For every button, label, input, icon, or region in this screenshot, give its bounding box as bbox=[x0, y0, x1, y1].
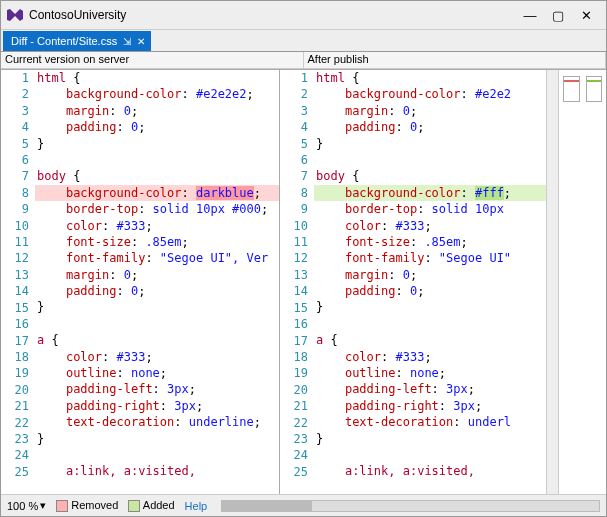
overview-right[interactable] bbox=[586, 76, 603, 102]
tab-label: Diff - Content/Site.css bbox=[11, 35, 117, 47]
code-line[interactable]: } bbox=[35, 136, 279, 152]
code-line[interactable]: } bbox=[314, 431, 546, 447]
left-gutter: 1234567891011121314151617181920212223242… bbox=[1, 70, 35, 494]
removed-swatch-icon bbox=[56, 500, 68, 512]
code-line[interactable]: padding-right: 3px; bbox=[35, 398, 279, 414]
legend-removed-label: Removed bbox=[71, 499, 118, 511]
code-line[interactable]: a:link, a:visited, bbox=[35, 463, 279, 479]
diff-overview[interactable] bbox=[558, 70, 606, 494]
code-line[interactable]: outline: none; bbox=[314, 365, 546, 381]
diff-area: 1234567891011121314151617181920212223242… bbox=[1, 69, 606, 494]
code-line[interactable]: padding-left: 3px; bbox=[35, 381, 279, 397]
code-line[interactable]: outline: none; bbox=[35, 365, 279, 381]
code-line[interactable] bbox=[35, 316, 279, 332]
legend-added: Added bbox=[128, 499, 174, 512]
window-title: ContosoUniversity bbox=[29, 8, 126, 22]
code-line[interactable]: border-top: solid 10px bbox=[314, 201, 546, 217]
code-line[interactable]: } bbox=[35, 431, 279, 447]
code-line[interactable]: font-size: .85em; bbox=[314, 234, 546, 250]
horizontal-scrollbar[interactable] bbox=[221, 500, 600, 512]
code-line[interactable]: a { bbox=[35, 332, 279, 348]
vs-logo-icon bbox=[7, 7, 23, 23]
code-line[interactable]: body { bbox=[35, 168, 279, 184]
code-line[interactable]: text-decoration: underl bbox=[314, 414, 546, 430]
code-line[interactable]: padding: 0; bbox=[35, 283, 279, 299]
left-code[interactable]: html { background-color: #e2e2e2; margin… bbox=[35, 70, 279, 494]
code-line[interactable]: background-color: darkblue; bbox=[35, 185, 279, 201]
help-link[interactable]: Help bbox=[185, 500, 208, 512]
code-line[interactable]: a:link, a:visited, bbox=[314, 463, 546, 479]
code-line[interactable]: a { bbox=[314, 332, 546, 348]
close-button[interactable]: ✕ bbox=[572, 5, 600, 25]
overview-left[interactable] bbox=[563, 76, 580, 102]
chevron-down-icon[interactable]: ▾ bbox=[40, 499, 46, 512]
zoom-value: 100 % bbox=[7, 500, 38, 512]
code-line[interactable]: color: #333; bbox=[35, 218, 279, 234]
zoom-control[interactable]: 100 % ▾ bbox=[7, 499, 46, 512]
code-line[interactable]: html { bbox=[314, 70, 546, 86]
code-line[interactable]: font-family: "Segoe UI" bbox=[314, 250, 546, 266]
tab-diff-sitecss[interactable]: Diff - Content/Site.css ⇲ ✕ bbox=[3, 31, 151, 51]
left-pane[interactable]: 1234567891011121314151617181920212223242… bbox=[1, 70, 280, 494]
code-line[interactable]: background-color: #fff; bbox=[314, 185, 546, 201]
code-line[interactable] bbox=[314, 152, 546, 168]
tab-close-icon[interactable]: ✕ bbox=[137, 36, 145, 47]
titlebar: ContosoUniversity — ▢ ✕ bbox=[1, 1, 606, 29]
code-line[interactable] bbox=[314, 316, 546, 332]
app-window: ContosoUniversity — ▢ ✕ Diff - Content/S… bbox=[0, 0, 607, 517]
code-line[interactable]: margin: 0; bbox=[314, 267, 546, 283]
code-line[interactable]: margin: 0; bbox=[35, 267, 279, 283]
code-line[interactable]: padding-left: 3px; bbox=[314, 381, 546, 397]
legend-added-label: Added bbox=[143, 499, 175, 511]
code-line[interactable]: padding: 0; bbox=[314, 119, 546, 135]
code-line[interactable]: background-color: #e2e2e2; bbox=[35, 86, 279, 102]
header-right: After publish bbox=[304, 52, 607, 68]
code-line[interactable]: padding: 0; bbox=[314, 283, 546, 299]
code-line[interactable]: body { bbox=[314, 168, 546, 184]
right-pane[interactable]: 1234567891011121314151617181920212223242… bbox=[280, 70, 558, 494]
header-left: Current version on server bbox=[1, 52, 304, 68]
code-line[interactable] bbox=[35, 447, 279, 463]
minimize-button[interactable]: — bbox=[516, 5, 544, 25]
code-line[interactable]: font-size: .85em; bbox=[35, 234, 279, 250]
right-code[interactable]: html { background-color: #e2e2 margin: 0… bbox=[314, 70, 546, 494]
code-line[interactable] bbox=[314, 447, 546, 463]
code-line[interactable]: } bbox=[314, 299, 546, 315]
maximize-button[interactable]: ▢ bbox=[544, 5, 572, 25]
code-line[interactable]: } bbox=[35, 299, 279, 315]
code-line[interactable]: } bbox=[314, 136, 546, 152]
svg-marker-0 bbox=[7, 9, 23, 21]
code-line[interactable]: font-family: "Segoe UI", Ver bbox=[35, 250, 279, 266]
code-line[interactable]: padding-right: 3px; bbox=[314, 398, 546, 414]
code-line[interactable]: padding: 0; bbox=[35, 119, 279, 135]
statusbar: 100 % ▾ Removed Added Help bbox=[1, 494, 606, 516]
vertical-scrollbar[interactable] bbox=[546, 70, 558, 494]
code-line[interactable]: background-color: #e2e2 bbox=[314, 86, 546, 102]
code-line[interactable]: color: #333; bbox=[35, 349, 279, 365]
added-swatch-icon bbox=[128, 500, 140, 512]
code-line[interactable]: html { bbox=[35, 70, 279, 86]
code-line[interactable]: color: #333; bbox=[314, 218, 546, 234]
right-gutter: 1234567891011121314151617181920212223242… bbox=[280, 70, 314, 494]
code-line[interactable] bbox=[35, 152, 279, 168]
diff-headers: Current version on server After publish bbox=[1, 51, 606, 69]
code-line[interactable]: margin: 0; bbox=[314, 103, 546, 119]
document-tabs: Diff - Content/Site.css ⇲ ✕ bbox=[1, 29, 606, 51]
code-line[interactable]: border-top: solid 10px #000; bbox=[35, 201, 279, 217]
code-line[interactable]: text-decoration: underline; bbox=[35, 414, 279, 430]
code-line[interactable]: margin: 0; bbox=[35, 103, 279, 119]
code-line[interactable]: color: #333; bbox=[314, 349, 546, 365]
legend-removed: Removed bbox=[56, 499, 118, 512]
pin-icon[interactable]: ⇲ bbox=[123, 36, 131, 47]
